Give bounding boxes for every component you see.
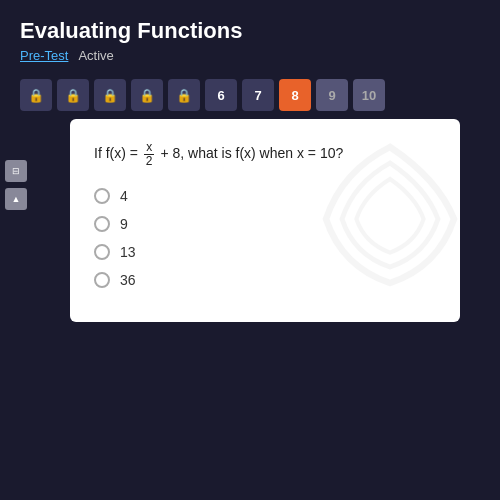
question-part1: If f(x) =	[94, 145, 142, 161]
answer-option-13[interactable]: 13	[94, 244, 436, 260]
pretest-link[interactable]: Pre-Test	[20, 48, 68, 63]
page-button-9[interactable]: 9	[316, 79, 348, 111]
answer-option-36[interactable]: 36	[94, 272, 436, 288]
active-status: Active	[78, 48, 113, 63]
nav-icon-1[interactable]: 🔒	[20, 79, 52, 111]
answer-text-9: 9	[120, 216, 128, 232]
page-button-10[interactable]: 10	[353, 79, 385, 111]
radio-4[interactable]	[94, 188, 110, 204]
answer-text-36: 36	[120, 272, 136, 288]
nav-icon-3[interactable]: 🔒	[94, 79, 126, 111]
sidebar-icon-up[interactable]: ▲	[5, 188, 27, 210]
answer-option-9[interactable]: 9	[94, 216, 436, 232]
answer-options: 4 9 13 36	[94, 188, 436, 288]
navigation-bar: 🔒 🔒 🔒 🔒 🔒 6 7 8 9 10	[0, 71, 500, 119]
page-button-8[interactable]: 8	[279, 79, 311, 111]
radio-9[interactable]	[94, 216, 110, 232]
header: Evaluating Functions Pre-Test Active	[0, 0, 500, 71]
fraction: x 2	[144, 141, 155, 168]
fraction-denominator: 2	[144, 155, 155, 168]
page-title: Evaluating Functions	[20, 18, 480, 44]
question-text: If f(x) = x 2 + 8, what is f(x) when x =…	[94, 141, 436, 168]
answer-text-4: 4	[120, 188, 128, 204]
answer-option-4[interactable]: 4	[94, 188, 436, 204]
breadcrumb: Pre-Test Active	[20, 48, 480, 63]
left-sidebar: ⊟ ▲	[5, 160, 27, 210]
question-panel: If f(x) = x 2 + 8, what is f(x) when x =…	[70, 119, 460, 322]
page-button-6[interactable]: 6	[205, 79, 237, 111]
nav-icon-5[interactable]: 🔒	[168, 79, 200, 111]
question-part2: + 8, what is f(x) when x = 10?	[160, 145, 343, 161]
page-button-7[interactable]: 7	[242, 79, 274, 111]
radio-13[interactable]	[94, 244, 110, 260]
fraction-numerator: x	[144, 141, 154, 155]
sidebar-icon-calculator[interactable]: ⊟	[5, 160, 27, 182]
nav-icon-2[interactable]: 🔒	[57, 79, 89, 111]
answer-text-13: 13	[120, 244, 136, 260]
radio-36[interactable]	[94, 272, 110, 288]
nav-icon-4[interactable]: 🔒	[131, 79, 163, 111]
